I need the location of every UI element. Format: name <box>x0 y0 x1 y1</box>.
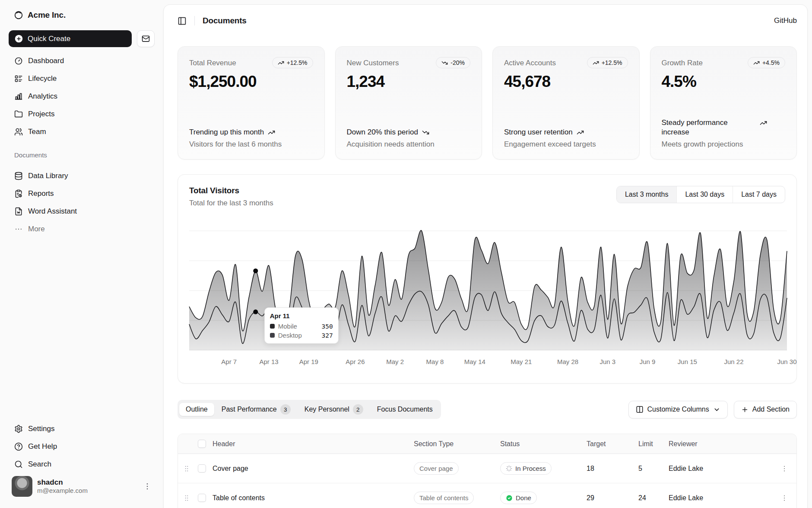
chart-title: Total Visitors <box>189 186 273 195</box>
chevron-down-icon <box>713 406 720 413</box>
card-active-accounts: Active Accounts +12.5% 45,678 Strong use… <box>492 46 640 160</box>
tab-count-badge: 3 <box>280 404 291 415</box>
tab-past-performance[interactable]: Past Performance 3 <box>215 402 297 417</box>
trending-up-icon <box>268 129 275 136</box>
inbox-button[interactable] <box>137 30 155 47</box>
user-email: m@example.com <box>37 487 138 495</box>
x-axis-labels: Apr 7Apr 13Apr 19Apr 26May 2May 8May 14M… <box>189 358 787 367</box>
file-word-icon <box>14 207 23 216</box>
sidebar-item-data-library[interactable]: Data Library <box>9 167 155 184</box>
trending-down-icon <box>422 129 429 136</box>
status-badge: In Process <box>500 462 552 475</box>
dots-icon <box>14 225 23 233</box>
main-panel: Documents GitHub Total Revenue +12.5% $1… <box>163 4 808 508</box>
sidebar-item-analytics[interactable]: Analytics <box>9 88 155 105</box>
row-menu-icon[interactable] <box>772 494 796 502</box>
sidebar-item-search[interactable]: Search <box>9 456 155 473</box>
col-limit: Limit <box>638 440 669 448</box>
section-tabs: Outline Past Performance 3 Key Personnel… <box>178 400 441 419</box>
area-chart[interactable]: Apr 7Apr 13Apr 19Apr 26May 2May 8May 14M… <box>189 230 785 373</box>
row-menu-icon[interactable] <box>772 465 796 473</box>
loader-icon <box>506 465 512 472</box>
sidebar-item-more[interactable]: More <box>9 220 155 237</box>
table-row[interactable]: Cover page Cover page In Process 18 5 Ed… <box>178 454 796 483</box>
row-target[interactable]: 29 <box>587 494 638 502</box>
sidebar-toggle-icon[interactable] <box>178 16 187 26</box>
stat-cards: Total Revenue +12.5% $1,250.00 Trending … <box>178 46 797 160</box>
sidebar-item-projects[interactable]: Projects <box>9 105 155 122</box>
x-tick-label: Apr 26 <box>346 358 365 365</box>
x-tick-label: May 2 <box>386 358 404 365</box>
x-tick-label: Apr 7 <box>221 358 237 365</box>
add-section-button[interactable]: Add Section <box>734 401 797 419</box>
x-tick-label: Apr 13 <box>259 358 278 365</box>
trend-badge: +12.5% <box>587 57 628 68</box>
row-limit[interactable]: 24 <box>638 494 669 502</box>
range-last-3-months[interactable]: Last 3 months <box>617 186 677 203</box>
range-last-7-days[interactable]: Last 7 days <box>733 186 785 203</box>
x-tick-label: May 8 <box>426 358 444 365</box>
quick-create-button[interactable]: Quick Create <box>9 30 132 47</box>
circle-plus-icon <box>14 34 23 43</box>
brand-logo-icon <box>14 10 23 20</box>
section-type-badge: Table of contents <box>414 492 474 504</box>
desktop-series-swatch <box>270 333 275 338</box>
trend-badge: +12.5% <box>272 57 313 68</box>
table-toolbar: Outline Past Performance 3 Key Personnel… <box>178 400 797 419</box>
trending-up-icon <box>577 129 584 136</box>
documents-nav: Data Library Reports Word Assistant More <box>9 167 155 237</box>
tab-focus-documents[interactable]: Focus Documents <box>371 403 439 416</box>
table-row[interactable]: Table of contents Table of contents Done… <box>178 483 796 508</box>
more-vertical-icon[interactable] <box>143 482 152 491</box>
avatar <box>12 476 32 497</box>
row-reviewer[interactable]: Eddie Lake <box>669 494 772 502</box>
col-header: Header <box>213 440 414 448</box>
brand-name: Acme Inc. <box>28 10 66 20</box>
documents-group-label: Documents <box>14 151 149 159</box>
card-new-customers: New Customers -20% 1,234 Down 20% this p… <box>335 46 482 160</box>
sidebar-item-lifecycle[interactable]: Lifecycle <box>9 70 155 87</box>
x-tick-label: Jun 22 <box>724 358 743 365</box>
sidebar-item-settings[interactable]: Settings <box>9 420 155 437</box>
trending-up-icon <box>760 119 767 127</box>
page-title: Documents <box>203 16 247 26</box>
plus-icon <box>741 406 749 413</box>
drag-handle-icon[interactable] <box>178 494 195 502</box>
tab-count-badge: 2 <box>353 404 363 415</box>
card-total-revenue: Total Revenue +12.5% $1,250.00 Trending … <box>178 46 325 160</box>
divider <box>194 16 195 26</box>
row-reviewer[interactable]: Eddie Lake <box>669 465 772 473</box>
customize-columns-button[interactable]: Customize Columns <box>628 401 728 419</box>
sidebar-item-team[interactable]: Team <box>9 123 155 140</box>
visitors-chart-card: Total Visitors Total for the last 3 mont… <box>178 174 797 383</box>
row-limit[interactable]: 5 <box>638 465 669 473</box>
user-menu[interactable]: shadcn m@example.com <box>9 473 155 500</box>
folder-icon <box>14 110 23 118</box>
footer-nav: Settings Get Help Search <box>9 420 155 473</box>
row-checkbox[interactable] <box>198 464 206 473</box>
trending-up-icon <box>753 60 760 66</box>
topbar: Documents GitHub <box>178 5 797 37</box>
sidebar-item-word-assistant[interactable]: Word Assistant <box>9 203 155 220</box>
card-label: Growth Rate <box>662 57 703 67</box>
row-header[interactable]: Table of contents <box>213 494 414 502</box>
bar-chart-icon <box>14 92 23 101</box>
tab-outline[interactable]: Outline <box>179 403 214 416</box>
tab-key-personnel[interactable]: Key Personnel 2 <box>298 402 370 417</box>
drag-handle-icon[interactable] <box>178 465 195 473</box>
row-header[interactable]: Cover page <box>213 465 414 473</box>
github-link[interactable]: GitHub <box>774 16 797 25</box>
row-checkbox[interactable] <box>198 494 206 502</box>
columns-icon <box>636 406 644 413</box>
sidebar: Acme Inc. Quick Create Dashboard Lifecyc… <box>0 0 163 508</box>
col-status: Status <box>500 440 587 448</box>
sidebar-item-dashboard[interactable]: Dashboard <box>9 52 155 69</box>
range-last-30-days[interactable]: Last 30 days <box>676 186 733 203</box>
brand[interactable]: Acme Inc. <box>9 6 155 24</box>
table-header-row: Header Section Type Status Target Limit … <box>178 434 796 454</box>
sidebar-item-reports[interactable]: Reports <box>9 185 155 202</box>
sidebar-item-get-help[interactable]: Get Help <box>9 438 155 455</box>
select-all-checkbox[interactable] <box>198 440 206 448</box>
chart-tooltip: Apr 11 Mobile 350 Desktop 327 <box>264 307 339 344</box>
row-target[interactable]: 18 <box>587 465 638 473</box>
